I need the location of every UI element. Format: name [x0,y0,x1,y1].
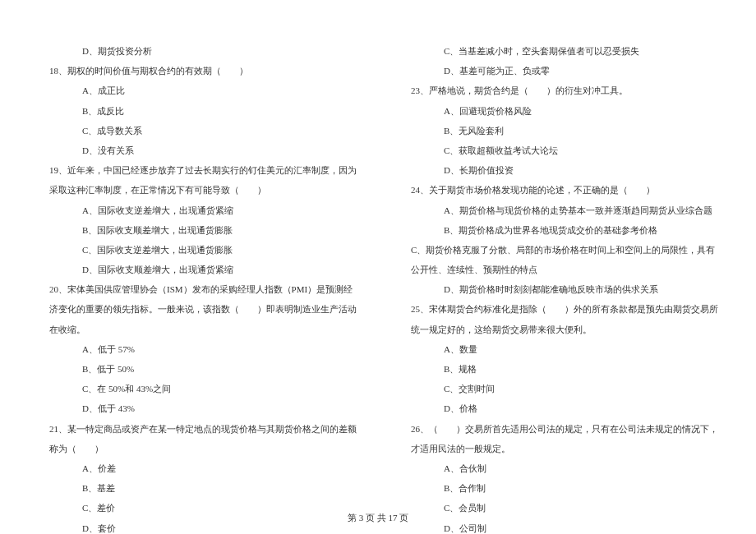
right-column: C、当基差减小时，空头套期保值者可以忍受损失 D、基差可能为正、负或零 23、严… [411,41,723,534]
option-d: D、低于 43% [49,398,362,418]
option-d: D、价格 [411,398,723,418]
option-d: D、没有关系 [49,140,362,160]
option-b: B、低于 50% [49,359,362,379]
option-a: A、合伙制 [411,458,723,478]
option-a: A、期货价格与现货价格的走势基本一致并逐渐趋同期货从业综合题 [411,200,723,220]
option-b: B、无风险套利 [411,121,723,140]
option-c: C、成导数关系 [49,121,362,140]
option-a: A、低于 57% [49,339,362,359]
option-a: A、成正比 [49,81,362,100]
option-a: A、数量 [411,339,723,359]
option-b: B、规格 [411,359,723,379]
option-b: B、期货价格成为世界各地现货成交价的基础参考价格 [411,220,723,240]
option-c: C、当基差减小时，空头套期保值者可以忍受损失 [411,41,723,61]
option-b: B、成反比 [49,101,362,121]
question-21: 21、某一特定商品或资产在某一特定地点的现货价格与其期货价格之间的差额称为（ ） [49,419,362,458]
question-23: 23、严格地说，期货合约是（ ）的衍生对冲工具。 [411,81,723,100]
question-24: 24、关于期货市场价格发现功能的论述，不正确的是（ ） [411,180,723,200]
option-b: B、基差 [49,478,362,498]
option-d: D、基差可能为正、负或零 [411,61,723,81]
question-26: 26、（ ）交易所首先适用公司法的规定，只有在公司法未规定的情况下，才适用民法的… [411,419,723,458]
option-a: A、回避现货价格风险 [411,101,723,121]
question-19: 19、近年来，中国已经逐步放弃了过去长期实行的钉住美元的汇率制度，因为采取这种汇… [49,160,362,200]
question-25: 25、宋体期货合约标准化是指除（ ）外的所有条款都是预先由期货交易所统一规定好的… [411,299,723,338]
option-d: D、长期价值投资 [411,160,723,180]
option-b: B、国际收支顺差增大，出现通货膨胀 [49,220,362,240]
question-20: 20、宋体美国供应管理协会（ISM）发布的采购经理人指数（PMI）是预测经济变化… [49,279,362,339]
option-b: B、合作制 [411,478,723,498]
option-c: C、交割时间 [411,379,723,398]
option-c: C、获取超额收益考试大论坛 [411,140,723,160]
option-d: D、期货价格时时刻刻都能准确地反映市场的供求关系 [411,279,723,299]
option-d: D、期货投资分析 [49,41,362,61]
option-c: C、国际收支逆差增大，出现通货膨胀 [49,240,362,260]
option-a: A、价差 [49,458,362,478]
question-18: 18、期权的时间价值与期权合约的有效期（ ） [49,61,362,81]
page-footer: 第 3 页 共 17 页 [0,512,756,524]
option-d: D、国际收支顺差增大，出现通货紧缩 [49,260,362,279]
option-c: C、期货价格克服了分散、局部的市场价格在时间上和空间上的局限性，具有公开性、连续… [411,240,723,279]
option-c: C、在 50%和 43%之间 [49,379,362,398]
left-column: D、期货投资分析 18、期权的时间价值与期权合约的有效期（ ） A、成正比 B、… [49,41,362,534]
option-a: A、国际收支逆差增大，出现通货紧缩 [49,200,362,220]
